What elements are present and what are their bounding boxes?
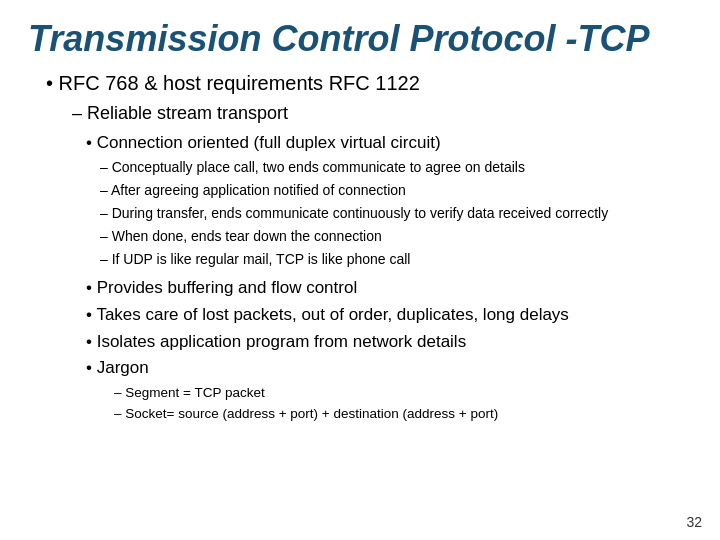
- bullet-item-2: • Isolates application program from netw…: [86, 330, 692, 355]
- sub-item-1: – After agreeing application notified of…: [100, 180, 692, 201]
- level3-header: • Connection oriented (full duplex virtu…: [86, 131, 692, 156]
- sub-item-2: – During transfer, ends communicate cont…: [100, 203, 692, 224]
- level1-item: • RFC 768 & host requirements RFC 1122: [46, 69, 692, 97]
- bullet-item-1: • Takes care of lost packets, out of ord…: [86, 303, 692, 328]
- jargon-item-0: – Segment = TCP packet: [114, 383, 692, 403]
- jargon-item-1: – Socket= source (address + port) + dest…: [114, 404, 692, 424]
- level2-item: – Reliable stream transport: [72, 101, 692, 126]
- slide-title: Transmission Control Protocol -TCP: [28, 18, 692, 59]
- sub-item-0: – Conceptually place call, two ends comm…: [100, 157, 692, 178]
- bullet-l1: •: [46, 72, 59, 94]
- bullet-item-3: • Jargon: [86, 356, 692, 381]
- sub-item-3: – When done, ends tear down the connecti…: [100, 226, 692, 247]
- slide: Transmission Control Protocol -TCP • RFC…: [0, 0, 720, 540]
- sub-item-4: – If UDP is like regular mail, TCP is li…: [100, 249, 692, 270]
- bullet-item-0: • Provides buffering and flow control: [86, 276, 692, 301]
- page-number: 32: [686, 514, 702, 530]
